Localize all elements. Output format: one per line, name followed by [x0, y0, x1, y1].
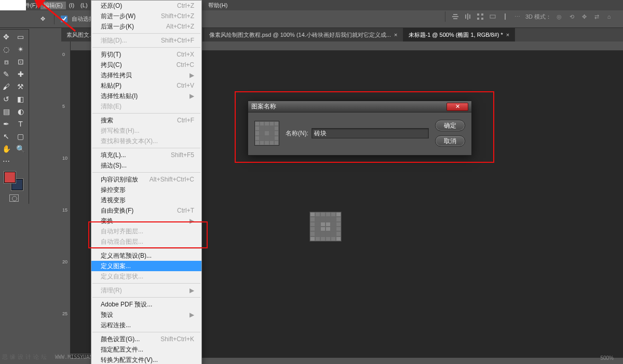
ruler-left: 0 5 10 15 20 25 30: [61, 41, 71, 358]
menu-layer[interactable]: (L): [77, 2, 90, 8]
menu-shortcut: Shift+Ctrl+Z: [161, 12, 194, 20]
dodge-tool-icon[interactable]: ◐: [15, 106, 27, 117]
frame-tool-icon[interactable]: ⊡: [15, 57, 27, 67]
dialog-titlebar[interactable]: 图案名称 ✕: [248, 101, 471, 113]
menu-item[interactable]: 转换为配置文件(V)...: [91, 355, 201, 364]
menu-item[interactable]: 自由变换(F)Ctrl+T: [91, 205, 201, 216]
orbit-3d-icon[interactable]: ◎: [554, 12, 564, 21]
submenu-arrow-icon: ▶: [189, 92, 194, 100]
menu-item[interactable]: 定义画笔预设(B)...: [91, 250, 201, 261]
close-icon[interactable]: ×: [506, 32, 509, 38]
misc-tool-icon[interactable]: ⋯: [0, 156, 12, 166]
zoom-3d-icon[interactable]: ⌂: [604, 12, 614, 21]
menu-item[interactable]: 粘贴(P)Ctrl+V: [91, 80, 201, 91]
align-icon[interactable]: [500, 12, 510, 21]
menu-item[interactable]: 搜索Ctrl+F: [91, 115, 201, 125]
menu-item[interactable]: 选择性粘贴(I)▶: [91, 91, 201, 101]
pattern-name-input[interactable]: [312, 128, 429, 138]
pan-3d-icon[interactable]: ✥: [579, 12, 589, 21]
menu-item-label: 查找和替换文本(X)...: [101, 137, 158, 145]
eraser-tool-icon[interactable]: ◧: [15, 94, 27, 104]
menu-item[interactable]: 选择性拷贝▶: [91, 70, 201, 80]
move-tool-icon[interactable]: ✥: [0, 32, 12, 42]
menu-item-label: 转换为配置文件(V)...: [101, 356, 158, 364]
wand-tool-icon[interactable]: ✴: [15, 44, 27, 54]
close-button[interactable]: ✕: [446, 103, 468, 111]
menu-item-label: 渐隐(D)...: [101, 36, 127, 45]
zoom-indicator: 500%: [600, 355, 614, 361]
gradient-tool-icon[interactable]: ▤: [0, 106, 12, 117]
menu-item[interactable]: 描边(S)...: [91, 160, 201, 171]
menu-item[interactable]: 透视变形: [91, 195, 201, 205]
menu-separator: [92, 297, 200, 298]
menu-item[interactable]: 定义图案...: [91, 261, 201, 271]
pattern-name-dialog: 图案名称 ✕ 名称(N): 确定 取消: [248, 101, 472, 156]
move-tool-icon: ✥: [37, 14, 48, 24]
color-swatch[interactable]: [0, 172, 28, 192]
brush-tool-icon[interactable]: 🖌: [0, 81, 12, 92]
menu-item[interactable]: 剪切(T)Ctrl+X: [91, 49, 201, 60]
edit-menu-dropdown: 还原(O)Ctrl+Z前进一步(W)Shift+Ctrl+Z后退一步(K)Alt…: [91, 0, 202, 364]
stamp-tool-icon[interactable]: ⚒: [15, 81, 27, 92]
menu-image[interactable]: (I): [66, 2, 77, 8]
pen-tool-icon[interactable]: ✒: [0, 119, 12, 129]
photoshop-window: Ps 文件(F) 编辑(E) (I) (L) (T) (S) (T) 3D(D)…: [0, 0, 623, 364]
menu-item-label: 预设: [101, 311, 113, 319]
align-icon[interactable]: [451, 12, 460, 21]
doc-tab[interactable]: 未标题-1 @ 500% (椭圆 1, RGB/8#) *×: [403, 28, 516, 41]
eyedropper-tool-icon[interactable]: ✎: [0, 69, 12, 79]
svg-rect-6: [477, 13, 479, 16]
mode-3d-label: 3D 模式：: [525, 13, 551, 21]
menu-item[interactable]: 前进一步(W)Shift+Ctrl+Z: [91, 11, 201, 21]
distribute-icon[interactable]: [488, 12, 497, 21]
artboard-tool-icon[interactable]: ▭: [15, 32, 27, 42]
menu-help[interactable]: 帮助(H): [205, 2, 231, 9]
close-icon[interactable]: ×: [394, 32, 397, 38]
menu-item[interactable]: 后退一步(K)Alt+Ctrl+Z: [91, 21, 201, 32]
misc-tool-icon[interactable]: [15, 156, 27, 166]
hand-tool-icon[interactable]: ✋: [0, 144, 12, 154]
menu-item[interactable]: 内容识别缩放Alt+Shift+Ctrl+C: [91, 174, 201, 185]
menu-item[interactable]: 远程连接...: [91, 320, 201, 330]
menu-item[interactable]: 指定配置文件...: [91, 344, 201, 355]
path-tool-icon[interactable]: ↖: [0, 131, 12, 142]
menu-shortcut: Ctrl+C: [177, 61, 194, 69]
align-icon[interactable]: [463, 12, 472, 21]
ok-button[interactable]: 确定: [435, 120, 465, 131]
menu-item[interactable]: Adobe PDF 预设...: [91, 299, 201, 310]
dots-icon[interactable]: ⋯: [513, 12, 522, 21]
menu-item-label: 操控变形: [101, 186, 126, 194]
menu-item[interactable]: 填充(L)...Shift+F5: [91, 150, 201, 160]
foreground-color[interactable]: [4, 172, 16, 183]
menu-item[interactable]: 还原(O)Ctrl+Z: [91, 1, 201, 11]
crop-tool-icon[interactable]: ⧈: [0, 57, 12, 67]
menu-item[interactable]: 变换▶: [91, 216, 201, 226]
marquee-tool-icon[interactable]: ◌: [0, 44, 12, 54]
type-tool-icon[interactable]: T: [15, 119, 27, 129]
cancel-button[interactable]: 取消: [435, 135, 465, 147]
watermark-text: 思缘设计论坛: [2, 354, 49, 360]
zoom-tool-icon[interactable]: 🔍: [15, 144, 27, 154]
ruler-tick: 10: [62, 156, 67, 161]
menu-separator: [92, 33, 200, 34]
menu-item[interactable]: 颜色设置(G)...Shift+Ctrl+K: [91, 334, 201, 344]
slide-3d-icon[interactable]: ⇄: [592, 12, 601, 21]
shape-tool-icon[interactable]: ▢: [15, 131, 27, 142]
menu-item: 清理(R)▶: [91, 285, 201, 296]
doc-tab[interactable]: 像素风绘制图文教程.psd @ 100% (14.小砖块画好后我们就对它定义成.…: [204, 28, 403, 41]
distribute-icon[interactable]: [476, 12, 485, 21]
menu-item[interactable]: 操控变形: [91, 185, 201, 195]
menu-item[interactable]: 预设▶: [91, 310, 201, 320]
quick-mask-icon[interactable]: [0, 194, 28, 202]
menu-item-label: 颜色设置(G)...: [101, 335, 140, 343]
menu-item-label: 剪切(T): [101, 50, 121, 59]
history-tool-icon[interactable]: ↺: [0, 94, 12, 104]
menu-item[interactable]: 拷贝(C)Ctrl+C: [91, 60, 201, 70]
healing-tool-icon[interactable]: ✚: [15, 69, 27, 79]
auto-select-checkbox[interactable]: [61, 16, 67, 22]
menu-file[interactable]: 文件(F): [16, 2, 40, 9]
canvas-content: [309, 212, 342, 242]
menu-edit[interactable]: 编辑(E): [40, 2, 66, 9]
menu-separator: [92, 248, 200, 249]
roll-3d-icon[interactable]: ⟲: [567, 12, 576, 21]
